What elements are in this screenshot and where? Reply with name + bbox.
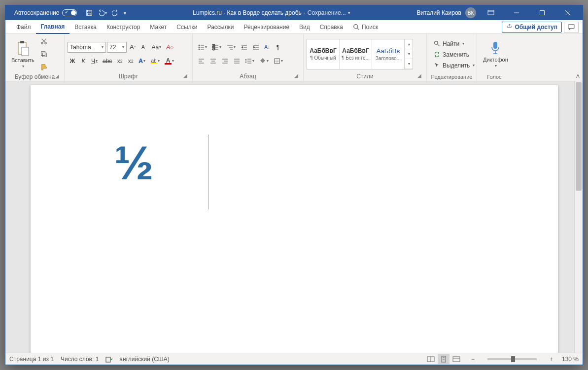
justify-button[interactable] [231,56,242,67]
underline-button[interactable]: Ч▾ [89,56,100,67]
language-indicator[interactable]: английский (США) [119,356,169,363]
qat-customize-icon[interactable]: ▾ [124,10,126,16]
redo-icon[interactable] [112,9,119,16]
shrink-font-button[interactable]: Aˇ [138,42,148,53]
tab-help[interactable]: Справка [315,20,348,34]
avatar[interactable]: ВК [465,7,476,18]
svg-point-21 [199,45,200,46]
comments-button[interactable] [564,22,579,33]
numbering-button[interactable]: 123▾ [210,42,223,53]
group-font-label: Шрифт◢ [68,72,189,80]
highlight-button[interactable]: ab▾ [148,56,162,67]
replace-button[interactable]: Заменить [432,50,477,60]
decrease-indent-button[interactable] [239,42,249,53]
svg-point-60 [435,41,438,45]
collapse-ribbon-icon[interactable]: ᐱ [576,73,580,79]
user-name: Виталий Каиров [416,9,461,16]
page-indicator[interactable]: Страница 1 из 1 [9,356,54,363]
style-normal[interactable]: АаБбВвГ¶ Обычный [307,39,340,69]
multilevel-button[interactable]: ▾ [224,42,238,53]
tab-references[interactable]: Ссылки [172,20,202,34]
view-print-button[interactable] [438,354,450,364]
zoom-level[interactable]: 130 % [562,356,579,363]
align-center-button[interactable] [208,56,218,67]
svg-point-23 [199,47,200,48]
minimize-button[interactable] [506,5,527,20]
undo-icon[interactable]: ▾ [98,9,107,16]
line-spacing-button[interactable]: ▾ [243,56,256,67]
search-input[interactable]: Поиск [348,24,383,31]
group-editing: Найти▾ Заменить Выделить▾ Редактирование [427,34,477,81]
clipboard-launcher[interactable]: ◢ [54,73,60,79]
tab-mailings[interactable]: Рассылки [203,20,239,34]
svg-rect-2 [88,13,91,15]
scrollbar-thumb[interactable] [576,82,582,191]
svg-text:3: 3 [212,45,215,51]
cut-button[interactable] [38,36,49,47]
format-painter-button[interactable] [38,62,49,72]
share-button[interactable]: Общий доступ [502,22,562,33]
svg-rect-3 [488,10,494,15]
style-nospacing[interactable]: АаБбВвГ¶ Без инте... [340,39,372,69]
autosave-toggle[interactable]: Автосохранение ✓ [14,9,77,16]
svg-rect-14 [22,47,29,56]
ribbon-display-icon[interactable] [480,5,502,20]
superscript-button[interactable]: x2 [126,56,136,67]
subscript-button[interactable]: x2 [115,56,125,67]
tab-design[interactable]: Конструктор [102,20,145,34]
show-marks-button[interactable]: ¶ [273,42,283,53]
italic-button[interactable]: К [78,56,88,67]
tab-layout[interactable]: Макет [145,20,172,34]
font-name-combo[interactable]: Tahoma▾ [68,42,106,53]
svg-rect-63 [106,357,110,362]
font-launcher[interactable]: ◢ [182,73,188,79]
paragraph-launcher[interactable]: ◢ [293,73,299,79]
dictate-button[interactable]: Диктофон ▾ [480,40,511,69]
align-right-button[interactable] [219,56,230,67]
svg-rect-11 [568,24,574,28]
strike-button[interactable]: abc [101,56,114,67]
tab-insert[interactable]: Вставка [69,20,102,34]
font-size-combo[interactable]: 72▾ [107,42,127,53]
style-heading1[interactable]: АаБбВвЗаголово... [372,39,405,69]
sort-button[interactable]: А↓ [262,42,272,53]
close-button[interactable] [557,5,579,20]
gallery-scroll[interactable]: ▴▾▾ [405,39,413,69]
zoom-out-button[interactable]: − [469,356,477,363]
text-cursor [208,135,208,209]
styles-launcher[interactable]: ◢ [416,73,422,79]
view-readmode-button[interactable] [425,354,437,364]
svg-point-16 [44,42,46,44]
paste-button[interactable]: Вставить ▾ [8,39,37,69]
tab-view[interactable]: Вид [294,20,315,34]
find-button[interactable]: Найти▾ [432,39,477,49]
bullets-button[interactable]: ▾ [196,42,209,53]
change-case-button[interactable]: Aa▾ [149,42,163,53]
text-effects-button[interactable]: A▾ [137,56,147,67]
spellcheck-icon[interactable] [105,356,112,363]
shading-button[interactable]: ▾ [257,56,271,67]
svg-rect-20 [42,53,46,57]
align-left-button[interactable] [196,56,207,67]
borders-button[interactable]: ▾ [272,56,285,67]
font-color-button[interactable]: A▾ [163,56,176,67]
word-count[interactable]: Число слов: 1 [61,356,99,363]
view-web-button[interactable] [450,354,462,364]
vertical-scrollbar[interactable] [574,81,583,353]
tab-home[interactable]: Главная [36,20,70,34]
copy-button[interactable] [38,49,49,60]
tab-review[interactable]: Рецензирование [239,20,294,34]
select-button[interactable]: Выделить▾ [432,61,477,70]
page[interactable]: ½ [31,85,558,353]
clear-format-button[interactable]: A◇ [164,42,175,53]
grow-font-button[interactable]: A^ [128,42,138,53]
maximize-button[interactable] [531,5,553,20]
bold-button[interactable]: Ж [68,56,77,67]
tab-file[interactable]: Файл [11,20,36,34]
zoom-slider[interactable] [487,358,537,360]
zoom-in-button[interactable]: + [548,356,555,363]
styles-gallery[interactable]: АаБбВвГ¶ Обычный АаБбВвГ¶ Без инте... Аа… [307,39,413,69]
increase-indent-button[interactable] [250,42,261,53]
document-text[interactable]: ½ [114,139,154,187]
save-icon[interactable] [86,9,93,16]
